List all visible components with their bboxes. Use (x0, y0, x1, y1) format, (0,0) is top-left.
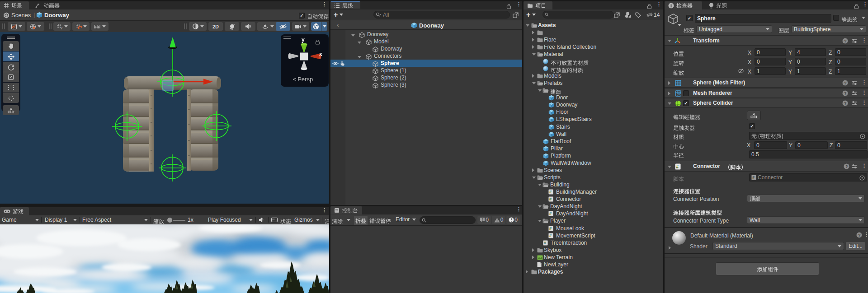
svg-text:#: # (549, 197, 552, 202)
svg-text:?: ? (844, 81, 847, 85)
svg-text:#: # (549, 233, 552, 238)
svg-text:#: # (544, 241, 547, 245)
svg-text:#: # (549, 212, 552, 216)
svg-text:?: ? (858, 233, 861, 237)
svg-text:?: ? (844, 39, 847, 43)
svg-text:#: # (549, 226, 552, 231)
svg-text:#: # (752, 175, 755, 180)
svg-text:Y: Y (60, 26, 63, 30)
svg-text:#: # (676, 164, 679, 169)
svg-text:?: ? (844, 91, 847, 96)
svg-text:?: ? (845, 164, 848, 169)
svg-text:?: ? (844, 101, 847, 106)
svg-text:#: # (549, 190, 552, 194)
